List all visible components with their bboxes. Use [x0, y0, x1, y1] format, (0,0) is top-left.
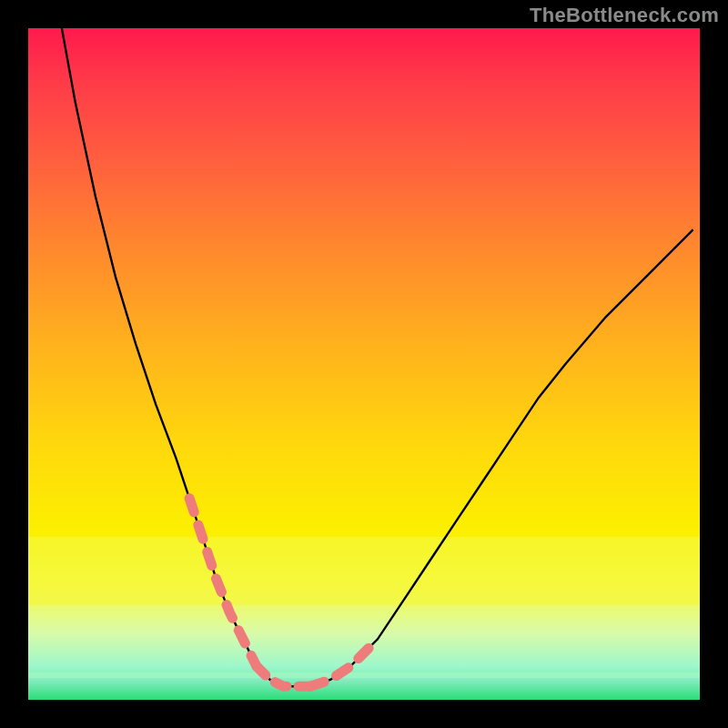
- bottleneck-curve: [62, 28, 693, 686]
- dashed-segment-right: [310, 640, 378, 687]
- dashed-segment-valley: [257, 666, 310, 686]
- curve-layer: [28, 28, 700, 700]
- chart-frame: TheBottleneck.com: [0, 0, 728, 728]
- chart-plot-area: [28, 28, 700, 700]
- dashed-segment-left: [189, 499, 257, 667]
- watermark-text: TheBottleneck.com: [530, 4, 719, 27]
